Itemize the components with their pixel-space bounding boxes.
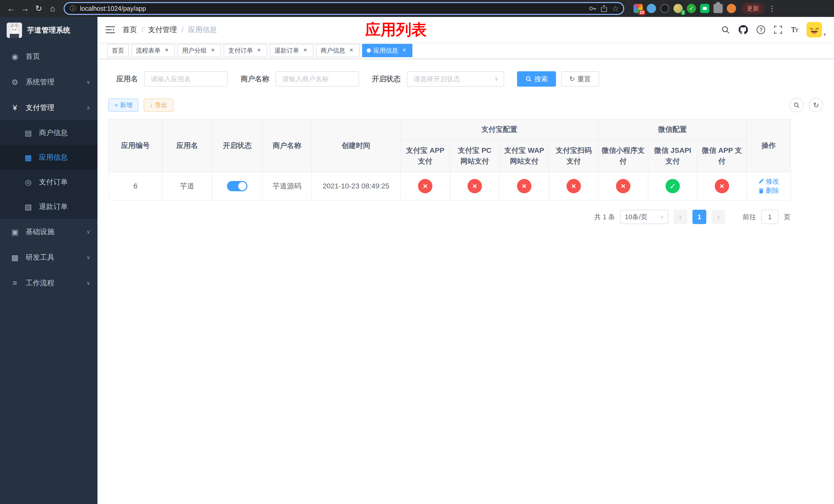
github-icon[interactable] [739,25,748,35]
merchant-name-input[interactable] [276,71,359,87]
chevron-down-icon: ∨ [86,79,90,85]
tab-app-info[interactable]: 应用信息 × [362,44,412,57]
breadcrumb-section[interactable]: 支付管理 [148,25,177,35]
filter-form: 应用名 商户名称 开启状态 请选择开启状态 ∨ [108,71,823,87]
close-icon[interactable]: × [348,47,355,54]
sidebar-item-infrastructure[interactable]: ▣ 基础设施 ∨ [0,219,97,245]
edit-button[interactable]: 修改 [758,177,779,186]
app-logo[interactable]: 芋道管理系统 [0,17,97,44]
next-page-button[interactable]: › [711,210,725,224]
cell-merchant: 芋道源码 [262,172,312,200]
browser-menu-icon[interactable]: ⋮ [768,4,775,13]
chevron-down-icon: ▾ [824,32,826,38]
app-table: 应用编号 应用名 开启状态 商户名称 创建时间 支付宝配置 微信配置 操作 支付… [108,119,791,201]
profile-avatar-icon[interactable] [727,4,736,13]
password-key-icon[interactable] [589,5,596,12]
pagination: 共 1 条 10条/页 ∨ ‹ 1 › 前往 页 [108,210,790,224]
sidebar-item-payment[interactable]: ¥ 支付管理 ∧ [0,95,97,120]
refresh-icon: ↻ [569,75,575,83]
sidebar-item-label: 基础设施 [26,227,54,237]
extensions-row: 10 1 ✓ [633,4,736,13]
status-toggle[interactable] [227,181,247,191]
breadcrumb: 首页 / 支付管理 / 应用信息 [123,25,217,35]
group-alipay-config: 支付宝配置 [400,119,598,140]
table-row: 6 芋道 芋道源码 2021-10-23 08:49:25 × × × × × … [109,172,791,200]
sidebar-item-refund-order[interactable]: ▧ 退款订单 [0,194,97,219]
close-icon[interactable]: × [209,47,216,54]
extension-icon[interactable] [660,4,670,13]
col-wx-mini: 微信小程序支付 [598,140,648,172]
sidebar-item-home[interactable]: ◉ 首页 [0,44,97,69]
add-button[interactable]: + 新增 [108,98,138,112]
col-app-name: 应用名 [162,119,212,172]
breadcrumb-home[interactable]: 首页 [123,25,137,35]
tab-label: 应用信息 [373,46,398,54]
user-menu[interactable]: ▾ [807,22,826,38]
address-bar[interactable]: ⓘ localhost:1024/pay/app ☆ [64,2,624,15]
chevron-down-icon: ∨ [86,229,90,235]
delete-button[interactable]: 删除 [758,186,779,195]
browser-toolbar: ← → ↻ ⌂ ⓘ localhost:1024/pay/app ☆ 10 1 … [0,0,834,17]
home-icon[interactable]: ⌂ [46,2,60,15]
sidebar-item-pay-order[interactable]: ◎ 支付订单 [0,170,97,194]
status-select[interactable]: 请选择开启状态 ∨ [407,71,504,87]
chrome-update-button[interactable]: 更新 [741,3,765,14]
tab-pay-order[interactable]: 支付订单 × [224,44,267,57]
tab-process-form[interactable]: 流程表单 × [131,44,175,57]
page-number-button[interactable]: 1 [693,210,706,224]
plus-icon: + [114,101,118,109]
prev-page-button[interactable]: ‹ [674,210,687,224]
tab-label: 支付订单 [228,46,253,54]
sidebar-item-label: 应用信息 [39,153,68,162]
search-button[interactable]: 搜索 [517,71,556,87]
extension-badge: 10 [639,10,645,15]
share-icon[interactable] [600,5,608,12]
font-size-icon[interactable]: TT [791,25,798,34]
sidebar-toggle-icon[interactable] [106,26,115,34]
extension-icon[interactable]: 10 [633,4,643,13]
logo-avatar [7,23,22,38]
url-text[interactable]: localhost:1024/pay/app [80,5,585,12]
help-icon[interactable]: ? [756,25,765,34]
back-icon[interactable]: ← [4,2,18,15]
wx-mini-status-icon: × [616,179,630,193]
close-icon[interactable]: × [163,47,170,54]
app-name-input[interactable] [144,71,228,87]
goto-page-input[interactable] [761,210,778,224]
sidebar-item-app-info[interactable]: ▦ 应用信息 [0,145,97,170]
extension-icon[interactable]: 1 [674,4,683,13]
close-icon[interactable]: × [401,47,408,54]
extensions-puzzle-icon[interactable] [714,4,723,13]
tab-user-group[interactable]: 用户分组 × [177,44,221,57]
extension-icon[interactable]: ✓ [687,4,696,13]
search-icon[interactable] [721,25,730,34]
tab-merchant-info[interactable]: 商户信息 × [316,44,359,57]
cell-created: 2021-10-23 08:49:25 [312,172,400,200]
alipay-wap-status-icon: × [517,179,531,193]
refresh-table-button[interactable]: ↻ [809,98,823,112]
forward-icon[interactable]: → [18,2,32,15]
cell-app-id: 6 [109,172,162,200]
extension-icon[interactable] [647,4,656,13]
close-icon[interactable]: × [302,47,309,54]
tab-home[interactable]: 首页 [107,44,129,57]
close-icon[interactable]: × [256,47,263,54]
bookmark-star-icon[interactable]: ☆ [612,4,619,13]
breadcrumb-separator: / [141,26,144,34]
sidebar-item-system[interactable]: ⚙ 系统管理 ∨ [0,69,97,95]
export-button[interactable]: ↓ 导出 [144,98,173,112]
reload-icon[interactable]: ↻ [32,2,46,15]
tab-refund-order[interactable]: 退款订单 × [270,44,313,57]
top-navbar: 首页 / 支付管理 / 应用信息 应用列表 ? TT [97,17,834,43]
sidebar-item-workflow[interactable]: ≡ 工作流程 ∨ [0,270,97,296]
chevron-up-icon: ∧ [86,105,90,111]
reset-button[interactable]: ↻ 重置 [561,71,599,87]
sidebar-item-dev-tools[interactable]: ▩ 研发工具 ∨ [0,245,97,270]
page-size-select[interactable]: 10条/页 ∨ [620,210,668,224]
toggle-search-button[interactable] [789,98,804,112]
fullscreen-icon[interactable] [774,26,782,34]
goto-label: 前往 [743,212,756,222]
site-info-icon[interactable]: ⓘ [70,4,76,13]
sidebar-item-merchant-info[interactable]: ▤ 商户信息 [0,120,97,145]
extension-icon[interactable] [700,4,709,13]
